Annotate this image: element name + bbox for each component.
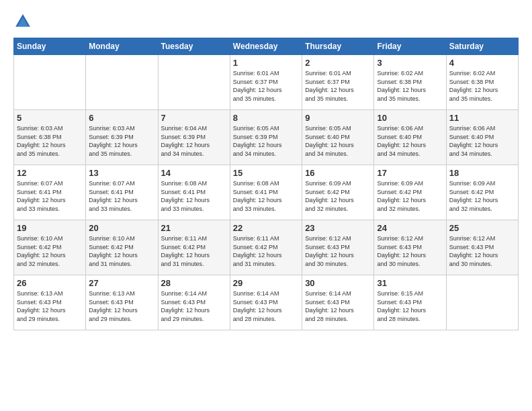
calendar-cell: 27Sunrise: 6:13 AM Sunset: 6:43 PM Dayli… bbox=[86, 275, 158, 330]
weekday-header-wednesday: Wednesday bbox=[230, 38, 302, 55]
calendar-cell: 7Sunrise: 6:04 AM Sunset: 6:39 PM Daylig… bbox=[158, 110, 230, 165]
day-info: Sunrise: 6:09 AM Sunset: 6:42 PM Dayligh… bbox=[377, 179, 443, 213]
day-number: 3 bbox=[377, 58, 443, 68]
day-number: 29 bbox=[233, 278, 299, 288]
day-number: 16 bbox=[305, 168, 371, 178]
calendar-cell: 20Sunrise: 6:10 AM Sunset: 6:42 PM Dayli… bbox=[86, 220, 158, 275]
day-number: 8 bbox=[233, 113, 299, 123]
day-number: 24 bbox=[377, 223, 443, 233]
calendar-cell: 10Sunrise: 6:06 AM Sunset: 6:40 PM Dayli… bbox=[374, 110, 446, 165]
day-number: 23 bbox=[305, 223, 371, 233]
calendar-cell: 14Sunrise: 6:08 AM Sunset: 6:41 PM Dayli… bbox=[158, 165, 230, 220]
calendar-cell bbox=[446, 275, 518, 330]
day-number: 13 bbox=[89, 168, 154, 178]
calendar-cell: 18Sunrise: 6:09 AM Sunset: 6:42 PM Dayli… bbox=[446, 165, 518, 220]
day-info: Sunrise: 6:14 AM Sunset: 6:43 PM Dayligh… bbox=[161, 289, 227, 323]
day-number: 14 bbox=[161, 168, 227, 178]
calendar-table: SundayMondayTuesdayWednesdayThursdayFrid… bbox=[13, 38, 519, 330]
logo-icon bbox=[13, 12, 32, 31]
calendar-cell: 9Sunrise: 6:05 AM Sunset: 6:40 PM Daylig… bbox=[302, 110, 374, 165]
day-number: 15 bbox=[233, 168, 299, 178]
day-info: Sunrise: 6:12 AM Sunset: 6:43 PM Dayligh… bbox=[305, 234, 371, 268]
day-info: Sunrise: 6:11 AM Sunset: 6:42 PM Dayligh… bbox=[233, 234, 299, 268]
calendar-cell: 15Sunrise: 6:08 AM Sunset: 6:41 PM Dayli… bbox=[230, 165, 302, 220]
day-number: 11 bbox=[449, 113, 515, 123]
calendar-cell: 29Sunrise: 6:14 AM Sunset: 6:43 PM Dayli… bbox=[230, 275, 302, 330]
day-info: Sunrise: 6:11 AM Sunset: 6:42 PM Dayligh… bbox=[161, 234, 227, 268]
day-number: 7 bbox=[161, 113, 227, 123]
calendar-week-row: 12Sunrise: 6:07 AM Sunset: 6:41 PM Dayli… bbox=[14, 165, 519, 220]
day-info: Sunrise: 6:05 AM Sunset: 6:39 PM Dayligh… bbox=[233, 124, 299, 158]
calendar-week-row: 19Sunrise: 6:10 AM Sunset: 6:42 PM Dayli… bbox=[14, 220, 519, 275]
day-number: 12 bbox=[17, 168, 83, 178]
day-info: Sunrise: 6:06 AM Sunset: 6:40 PM Dayligh… bbox=[449, 124, 515, 158]
day-info: Sunrise: 6:08 AM Sunset: 6:41 PM Dayligh… bbox=[233, 179, 299, 213]
day-number: 18 bbox=[449, 168, 515, 178]
day-info: Sunrise: 6:02 AM Sunset: 6:38 PM Dayligh… bbox=[449, 69, 515, 103]
day-number: 1 bbox=[233, 58, 299, 68]
calendar-cell: 11Sunrise: 6:06 AM Sunset: 6:40 PM Dayli… bbox=[446, 110, 518, 165]
calendar-cell: 24Sunrise: 6:12 AM Sunset: 6:43 PM Dayli… bbox=[374, 220, 446, 275]
day-number: 9 bbox=[305, 113, 371, 123]
weekday-header-sunday: Sunday bbox=[14, 38, 86, 55]
calendar-cell: 8Sunrise: 6:05 AM Sunset: 6:39 PM Daylig… bbox=[230, 110, 302, 165]
day-info: Sunrise: 6:08 AM Sunset: 6:41 PM Dayligh… bbox=[161, 179, 227, 213]
calendar-cell: 22Sunrise: 6:11 AM Sunset: 6:42 PM Dayli… bbox=[230, 220, 302, 275]
day-info: Sunrise: 6:15 AM Sunset: 6:43 PM Dayligh… bbox=[377, 289, 443, 323]
calendar-cell bbox=[14, 55, 86, 110]
day-info: Sunrise: 6:14 AM Sunset: 6:43 PM Dayligh… bbox=[233, 289, 299, 323]
day-info: Sunrise: 6:10 AM Sunset: 6:42 PM Dayligh… bbox=[17, 234, 83, 268]
day-info: Sunrise: 6:01 AM Sunset: 6:37 PM Dayligh… bbox=[305, 69, 371, 103]
calendar-cell: 6Sunrise: 6:03 AM Sunset: 6:39 PM Daylig… bbox=[86, 110, 158, 165]
calendar-cell: 19Sunrise: 6:10 AM Sunset: 6:42 PM Dayli… bbox=[14, 220, 86, 275]
calendar-cell: 28Sunrise: 6:14 AM Sunset: 6:43 PM Dayli… bbox=[158, 275, 230, 330]
day-number: 2 bbox=[305, 58, 371, 68]
weekday-header-tuesday: Tuesday bbox=[158, 38, 230, 55]
day-info: Sunrise: 6:03 AM Sunset: 6:39 PM Dayligh… bbox=[89, 124, 154, 158]
day-number: 6 bbox=[89, 113, 154, 123]
day-number: 22 bbox=[233, 223, 299, 233]
calendar-cell: 13Sunrise: 6:07 AM Sunset: 6:41 PM Dayli… bbox=[86, 165, 158, 220]
day-number: 27 bbox=[89, 278, 154, 288]
calendar-cell: 17Sunrise: 6:09 AM Sunset: 6:42 PM Dayli… bbox=[374, 165, 446, 220]
calendar-cell: 30Sunrise: 6:14 AM Sunset: 6:43 PM Dayli… bbox=[302, 275, 374, 330]
day-number: 26 bbox=[17, 278, 83, 288]
day-info: Sunrise: 6:03 AM Sunset: 6:38 PM Dayligh… bbox=[17, 124, 83, 158]
day-number: 5 bbox=[17, 113, 83, 123]
day-info: Sunrise: 6:04 AM Sunset: 6:39 PM Dayligh… bbox=[161, 124, 227, 158]
day-info: Sunrise: 6:10 AM Sunset: 6:42 PM Dayligh… bbox=[89, 234, 154, 268]
day-info: Sunrise: 6:01 AM Sunset: 6:37 PM Dayligh… bbox=[233, 69, 299, 103]
day-info: Sunrise: 6:13 AM Sunset: 6:43 PM Dayligh… bbox=[89, 289, 154, 323]
day-info: Sunrise: 6:13 AM Sunset: 6:43 PM Dayligh… bbox=[17, 289, 83, 323]
day-number: 10 bbox=[377, 113, 443, 123]
day-info: Sunrise: 6:14 AM Sunset: 6:43 PM Dayligh… bbox=[305, 289, 371, 323]
day-number: 25 bbox=[449, 223, 515, 233]
day-info: Sunrise: 6:07 AM Sunset: 6:41 PM Dayligh… bbox=[89, 179, 154, 213]
day-info: Sunrise: 6:05 AM Sunset: 6:40 PM Dayligh… bbox=[305, 124, 371, 158]
day-number: 17 bbox=[377, 168, 443, 178]
day-number: 21 bbox=[161, 223, 227, 233]
calendar-cell: 31Sunrise: 6:15 AM Sunset: 6:43 PM Dayli… bbox=[374, 275, 446, 330]
weekday-header-monday: Monday bbox=[86, 38, 158, 55]
day-number: 4 bbox=[449, 58, 515, 68]
weekday-header-row: SundayMondayTuesdayWednesdayThursdayFrid… bbox=[14, 38, 519, 55]
day-info: Sunrise: 6:12 AM Sunset: 6:43 PM Dayligh… bbox=[377, 234, 443, 268]
calendar-week-row: 1Sunrise: 6:01 AM Sunset: 6:37 PM Daylig… bbox=[14, 55, 519, 110]
weekday-header-saturday: Saturday bbox=[446, 38, 518, 55]
day-info: Sunrise: 6:12 AM Sunset: 6:43 PM Dayligh… bbox=[449, 234, 515, 268]
calendar-cell: 26Sunrise: 6:13 AM Sunset: 6:43 PM Dayli… bbox=[14, 275, 86, 330]
calendar-cell: 5Sunrise: 6:03 AM Sunset: 6:38 PM Daylig… bbox=[14, 110, 86, 165]
day-number: 19 bbox=[17, 223, 83, 233]
calendar-cell: 23Sunrise: 6:12 AM Sunset: 6:43 PM Dayli… bbox=[302, 220, 374, 275]
weekday-header-friday: Friday bbox=[374, 38, 446, 55]
calendar-cell: 3Sunrise: 6:02 AM Sunset: 6:38 PM Daylig… bbox=[374, 55, 446, 110]
header bbox=[13, 12, 519, 31]
day-info: Sunrise: 6:02 AM Sunset: 6:38 PM Dayligh… bbox=[377, 69, 443, 103]
calendar-cell: 21Sunrise: 6:11 AM Sunset: 6:42 PM Dayli… bbox=[158, 220, 230, 275]
day-info: Sunrise: 6:09 AM Sunset: 6:42 PM Dayligh… bbox=[305, 179, 371, 213]
day-number: 30 bbox=[305, 278, 371, 288]
day-number: 28 bbox=[161, 278, 227, 288]
calendar-cell: 1Sunrise: 6:01 AM Sunset: 6:37 PM Daylig… bbox=[230, 55, 302, 110]
calendar-cell: 16Sunrise: 6:09 AM Sunset: 6:42 PM Dayli… bbox=[302, 165, 374, 220]
calendar-week-row: 26Sunrise: 6:13 AM Sunset: 6:43 PM Dayli… bbox=[14, 275, 519, 330]
